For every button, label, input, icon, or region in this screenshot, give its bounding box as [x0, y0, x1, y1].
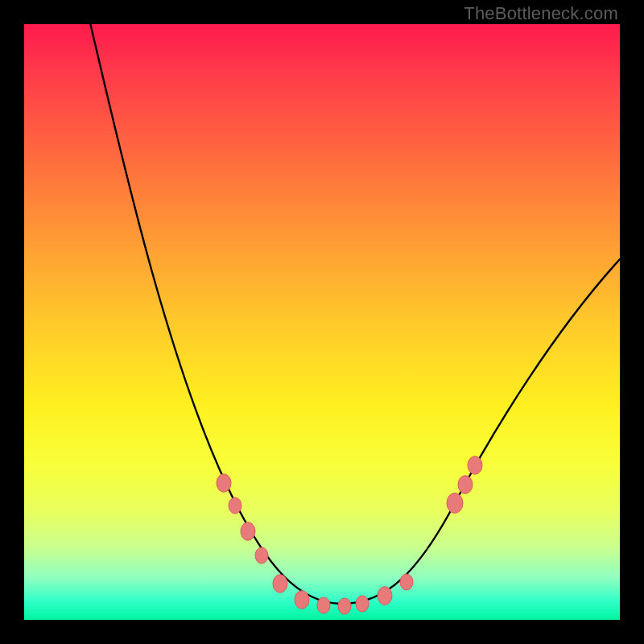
chart-plot-area [24, 24, 620, 620]
attribution-watermark: TheBottleneck.com [464, 3, 618, 24]
data-point [229, 497, 242, 514]
data-points-group [217, 456, 482, 614]
bottleneck-curve [89, 16, 620, 604]
data-point [255, 547, 268, 564]
data-point [338, 598, 351, 614]
data-point [468, 456, 482, 475]
chart-svg [24, 24, 620, 620]
data-point [356, 596, 369, 612]
data-point [241, 522, 255, 541]
data-point [447, 493, 463, 514]
data-point [378, 587, 392, 605]
data-point [273, 575, 287, 593]
data-point [217, 474, 231, 493]
data-point [458, 476, 473, 494]
data-point [400, 574, 413, 590]
data-point [295, 591, 309, 609]
data-point [317, 597, 330, 613]
